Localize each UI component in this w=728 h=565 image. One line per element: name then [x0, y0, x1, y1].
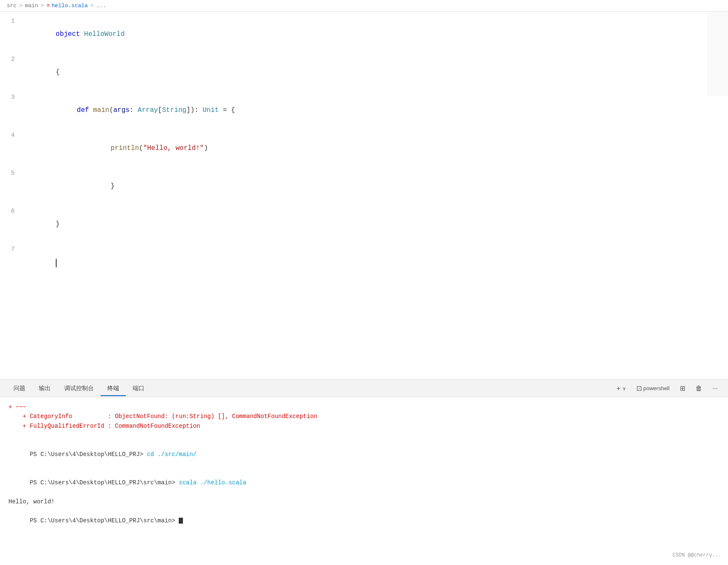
token-main: main: [93, 106, 109, 114]
line-content-7: [23, 243, 728, 281]
token-string-lit: "Hello, world!": [143, 144, 204, 152]
tab-output[interactable]: 输出: [32, 381, 57, 396]
token-brace-open: {: [56, 68, 60, 76]
token-paren-open: (: [109, 106, 114, 114]
term-line-ps2: PS C:\Users\4\Desktop\HELLO_PRJ\src\main…: [8, 469, 720, 497]
token-outer-brace-close: }: [56, 220, 60, 228]
token-args: args: [113, 106, 129, 114]
breadcrumb-main: main: [25, 3, 38, 9]
code-line-2: 2 {: [0, 53, 728, 91]
token-string-type: String: [162, 106, 186, 114]
breadcrumb-src: src: [7, 3, 16, 9]
text-cursor: [56, 259, 57, 267]
code-line-6: 6 }: [0, 205, 728, 243]
panel-tabs: 问题 输出 调试控制台 终端 端口 + ∨ ⊡ powershell ⊞: [0, 380, 728, 397]
line-number-2: 2: [0, 53, 23, 66]
editor-area: src > main > ≡ hello.scala > ... 1 objec…: [0, 0, 728, 379]
token-equals-brace: = {: [219, 106, 235, 114]
code-line-7: 7: [0, 243, 728, 281]
terminal-panel: 问题 输出 调试控制台 终端 端口 + ∨ ⊡ powershell ⊞: [0, 379, 728, 565]
token-bracket-close: ]):: [186, 106, 202, 114]
term-line-fqei: + FullyQualifiedErrorId : CommandNotFoun…: [8, 421, 720, 431]
tab-debug-console[interactable]: 调试控制台: [57, 381, 101, 396]
code-line-4: 4 println("Hello, world!"): [0, 129, 728, 167]
term-line-ps1: PS C:\Users\4\Desktop\HELLO_PRJ> cd ./sr…: [8, 440, 720, 469]
line-number-4: 4: [0, 129, 23, 142]
line-content-4: println("Hello, world!"): [23, 129, 728, 167]
code-line-5: 5 }: [0, 167, 728, 205]
delete-terminal-button[interactable]: 🗑: [692, 383, 706, 394]
term-line-ps3: PS C:\Users\4\Desktop\HELLO_PRJ\src\main…: [8, 506, 720, 535]
watermark: CSDN @@cherry...: [673, 552, 721, 558]
panel-tabs-right: + ∨ ⊡ powershell ⊞ 🗑 ···: [613, 383, 721, 394]
tab-ports[interactable]: 端口: [126, 381, 151, 396]
token-inner-brace-close: }: [111, 182, 115, 190]
token-println-close: ): [204, 144, 208, 152]
term-line-blank: [8, 431, 720, 440]
code-editor[interactable]: 1 object HelloWorld 2 { 3 def main(args:…: [0, 12, 728, 379]
terminal-content[interactable]: + ~~~ + CategoryInfo : ObjectNotFound: (…: [0, 397, 728, 565]
token-colon: :: [130, 106, 138, 114]
terminal-cursor: [179, 518, 183, 524]
line-content-5: }: [23, 167, 728, 205]
minimap: [707, 12, 728, 96]
line-number-1: 1: [0, 15, 23, 28]
token-def: def: [77, 106, 93, 114]
line-number-7: 7: [0, 243, 23, 256]
code-line-3: 3 def main(args: Array[String]): Unit = …: [0, 91, 728, 129]
line-number-5: 5: [0, 167, 23, 180]
line-content-6: }: [23, 205, 728, 243]
line-content-2: {: [23, 53, 728, 91]
token-println: println: [111, 144, 139, 152]
breadcrumb: src > main > ≡ hello.scala > ...: [0, 0, 728, 12]
more-terminal-button[interactable]: ···: [709, 383, 721, 394]
term-line-category: + CategoryInfo : ObjectNotFound: (run:St…: [8, 412, 720, 421]
new-terminal-button[interactable]: + ∨: [613, 383, 629, 394]
split-terminal-button[interactable]: ⊞: [676, 383, 689, 394]
tab-terminal[interactable]: 终端: [101, 381, 126, 396]
line-number-3: 3: [0, 91, 23, 104]
token-classname: HelloWorld: [84, 30, 125, 38]
token-array: Array: [138, 106, 158, 114]
code-line-1: 1 object HelloWorld: [0, 15, 728, 53]
line-number-6: 6: [0, 205, 23, 218]
token-println-paren: (: [139, 144, 143, 152]
term-line-tilde: + ~~~: [8, 402, 720, 412]
terminal-name-button[interactable]: ⊡ powershell: [633, 383, 673, 394]
term-line-hello: Hello, world!: [8, 497, 720, 506]
token-unit: Unit: [202, 106, 218, 114]
breadcrumb-more: ...: [96, 3, 106, 9]
line-content-3: def main(args: Array[String]): Unit = {: [23, 91, 728, 129]
line-content-1: object HelloWorld: [23, 15, 728, 53]
breadcrumb-file-icon: ≡: [46, 3, 50, 9]
tab-problems[interactable]: 问题: [7, 381, 32, 396]
token-object: object: [56, 30, 84, 38]
breadcrumb-filename[interactable]: hello.scala: [52, 3, 88, 9]
